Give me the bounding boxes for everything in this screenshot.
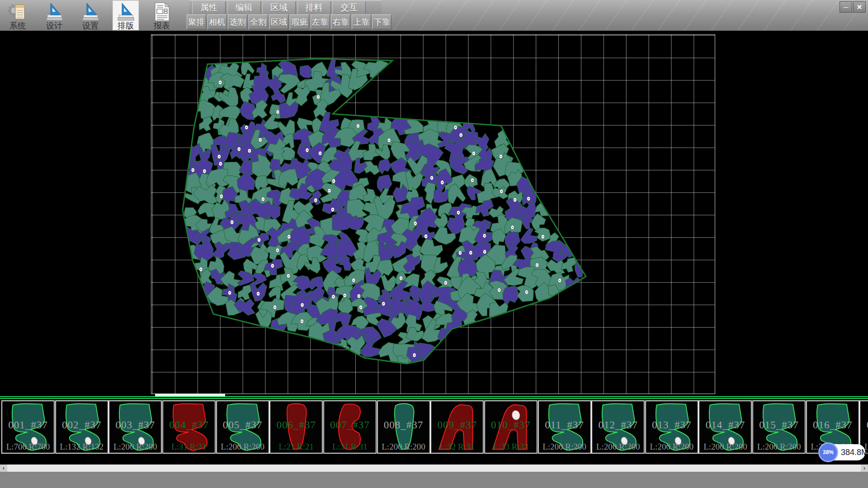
app-button-system[interactable]: 系统 [5,0,31,30]
tool-button-region[interactable]: 区域 [269,14,288,29]
part-cell-015_#37[interactable]: 015_#37L:200 R:200 [752,400,806,454]
part-name: 016_#37 [807,419,859,431]
part-lr-count: L:32 R:31 [431,442,483,452]
app-window: 系统设计设置排版报表 属性编辑区域排料交互 聚排相机选割全割区域瑕疵左靠右靠上靠… [0,0,868,488]
tool-button-defect[interactable]: 瑕疵 [290,14,309,29]
part-lr-count: L:21 R:21 [270,442,322,452]
parts-strip: 001_#37L:700 R:700002_#37L:132 R:132003_… [0,400,868,454]
part-name: 010_#37 [485,419,537,431]
part-cell-012_#37[interactable]: 012_#37L:200 R:200 [591,400,645,454]
part-cell-011_#37[interactable]: 011_#37L:200 R:200 [538,400,591,454]
part-name: 013_#37 [646,419,698,431]
part-lr-count: L:31 R:31 [163,442,215,452]
app-button-report[interactable]: 报表 [149,0,175,30]
tool-button-snap-top[interactable]: 上靠 [352,14,371,29]
toolbar: 系统设计设置排版报表 属性编辑区域排料交互 聚排相机选割全割区域瑕疵左靠右靠上靠… [0,0,868,31]
part-name: 014_#37 [699,419,751,431]
part-name: 006_#37 [270,419,322,431]
part-lr-count: L:200 R:200 [753,442,805,452]
part-cell-001_#37[interactable]: 001_#37L:700 R:700 [1,400,55,454]
part-lr-count: L:200 R:200 [592,442,644,452]
part-cell-014_#37[interactable]: 014_#37L:200 R:200 [698,400,752,454]
menu-item-region[interactable]: 区域 [262,1,296,14]
tool-button-cluster-nest[interactable]: 聚排 [187,14,206,29]
part-name: 001_#37 [2,419,54,431]
part-name: 015_#37 [753,419,805,431]
part-cell-013_#37[interactable]: 013_#37L:200 R:200 [645,400,698,454]
app-button-label: 系统 [5,22,31,30]
part-name: 008_#37 [378,419,429,431]
part-lr-count: L:200 R:200 [699,442,751,452]
strip-separator [0,396,868,400]
part-cell-009_#37[interactable]: 009_#37L:32 R:31 [430,400,484,454]
system-gear-icon [8,2,28,22]
window-minimize-button[interactable]: ─ [840,1,852,13]
triangle-ruler-icon [44,2,64,22]
hscroll-right-arrow[interactable]: › [861,465,868,472]
hscrollbar[interactable]: ‹ › [0,465,868,472]
part-lr-count: L:200 R:200 [646,442,698,452]
app-button-label: 报表 [149,22,175,30]
part-lr-count: L:700 R:700 [2,442,54,452]
part-cell-004_#37[interactable]: 004_#37L:31 R:31 [162,400,216,454]
tool-button-cut-all[interactable]: 全割 [249,14,268,29]
part-lr-count: L:200 R:200 [539,442,590,452]
part-name: 005_#37 [217,419,269,431]
part-name: 011_#37 [539,419,590,431]
part-name: 007_#37 [324,419,376,431]
menu-item-edit[interactable]: 编辑 [227,1,261,14]
part-lr-count: L:132 R:132 [56,442,108,452]
toolbar-texture [389,0,868,31]
tool-button-snap-left[interactable]: 左靠 [311,14,330,29]
memory-value: 384.8M [841,444,868,460]
tool-button-camera[interactable]: 相机 [208,14,227,29]
nesting-canvas[interactable] [151,34,715,394]
part-cell-006_#37[interactable]: 006_#37L:21 R:21 [269,400,323,454]
part-lr-count: L:200 R:200 [109,442,161,452]
hscroll-left-arrow[interactable]: ‹ [0,465,7,472]
app-button-settings[interactable]: 设置 [77,0,104,30]
part-lr-count: L:200 R:200 [217,442,269,452]
memory-overlay[interactable]: 38% 384.8M [819,444,865,460]
tool-button-snap-bottom[interactable]: 下靠 [372,14,392,29]
part-lr-count: L:31 R:31 [324,442,376,452]
report-doc-icon [152,2,172,22]
app-button-nesting[interactable]: 排版 [113,0,139,30]
menu-item-material[interactable]: 排料 [297,1,331,14]
tool-button-snap-right[interactable]: 右靠 [331,14,350,29]
part-name: 017_#37 [860,419,868,431]
part-name: 002_#37 [56,419,108,431]
app-button-design[interactable]: 设计 [41,0,67,30]
memory-percent-badge: 38% [818,442,838,462]
app-button-label: 设计 [41,22,67,30]
nested-pieces [174,54,592,371]
part-cell-008_#37[interactable]: 008_#37L:200 R:200 [377,400,430,454]
part-name: 009_#37 [431,419,483,431]
tool-button-select-cut[interactable]: 选割 [228,14,247,29]
triangle-ruler-icon [80,2,100,22]
part-cell-002_#37[interactable]: 002_#37L:132 R:132 [55,400,108,454]
tool-bar: 聚排相机选割全割区域瑕疵左靠右靠上靠下靠 [185,14,393,30]
part-cell-010_#37[interactable]: 010_#37L:33 R:33 [484,400,538,454]
part-name: 012_#37 [592,419,644,431]
part-lr-count: L:33 R:33 [485,442,537,452]
part-name: 004_#37 [163,419,215,431]
menu-item-properties[interactable]: 属性 [192,1,226,14]
part-cell-005_#37[interactable]: 005_#37L:200 R:200 [216,400,269,454]
window-close-button[interactable]: ✕ [853,1,866,13]
part-name: 003_#37 [109,419,161,431]
part-cell-007_#37[interactable]: 007_#37L:31 R:31 [323,400,377,454]
part-lr-count: L:200 R:200 [378,442,429,452]
status-bar [0,472,868,488]
triangle-ruler-icon [116,2,136,22]
app-button-label: 设置 [77,22,104,30]
part-cell-003_#37[interactable]: 003_#37L:200 R:200 [108,400,162,454]
menu-item-interact[interactable]: 交互 [332,1,366,14]
app-button-label: 排版 [113,22,139,30]
menu-bar: 属性编辑区域排料交互 [189,0,381,15]
